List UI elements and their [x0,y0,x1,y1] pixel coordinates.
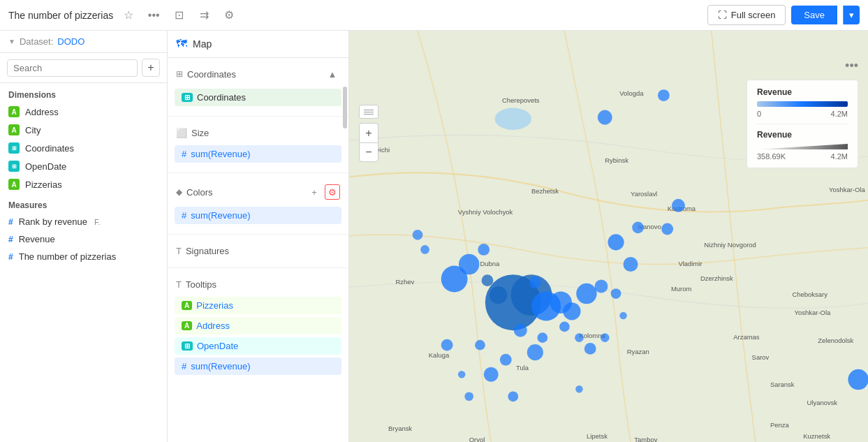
sidebar-item-number-of-pizzerias[interactable]: # The number of pizzerias [0,248,167,265]
colors-add-button[interactable]: + [307,184,322,200]
svg-point-64 [464,392,473,401]
revenue-hash-icon: # [8,235,13,244]
tooltip-opendate-chip[interactable]: ⊞ OpenDate [175,337,341,355]
map-controls: + − [359,101,378,162]
svg-text:Yoshkar-Ola: Yoshkar-Ola [795,309,831,316]
dimensions-label: Dimensions [0,83,167,103]
size-field-chip[interactable]: # sum(Revenue) [175,145,341,163]
folder-button[interactable]: ⊡ [169,6,189,25]
signatures-header: T Signatures [168,242,348,260]
dataset-row: ▼ Dataset: DODO [0,31,167,53]
coordinates-collapse-button[interactable]: ▲ [325,66,340,82]
save-dropdown-button[interactable]: ▾ [843,6,860,24]
bookmark-button[interactable]: ☆ [119,6,138,25]
signatures-label: Signatures [186,246,229,256]
save-button[interactable]: Save [791,6,837,24]
map-drag-handle[interactable] [359,105,378,119]
svg-point-65 [458,371,466,378]
svg-text:Vologda: Vologda [619,89,644,97]
coordinates-chip[interactable]: ⊞ Coordinates [175,89,341,106]
svg-text:Penza: Penza [770,421,790,429]
sidebar-item-rank-by-revenue[interactable]: # Rank by revenue F. [0,213,167,230]
svg-text:Bezhetsk: Bezhetsk [531,187,559,195]
measures-label: Measures [0,193,167,213]
address-badge: A [8,106,20,117]
colors-hash-icon: # [182,210,186,221]
sidebar-item-revenue[interactable]: # Revenue [0,230,167,248]
tooltip-pizzerias-chip[interactable]: A Pizzerias [175,297,341,314]
map-area[interactable]: Cherepovets Vologda Borovichi Rybinsk Vy… [349,31,868,442]
svg-point-74 [661,223,673,235]
pizzerias-badge: A [8,179,20,190]
svg-point-68 [575,385,583,393]
colors-section: ◆ Colors + ⚙ # sum(Revenue) [168,176,348,231]
size-field-label: sum(Revenue) [191,149,250,159]
sidebar: ▼ Dataset: DODO + Dimensions A Address A… [0,31,168,442]
add-field-button[interactable]: + [142,59,160,77]
coordinates-section-icon: ⊞ [176,69,183,79]
svg-text:Dubna: Dubna [480,260,500,267]
map-legend: Revenue 0 4.2M Revenue 358.69K 4.2M [746,80,858,168]
divider-1 [168,116,348,117]
tooltip-revenue-label: sum(Revenue) [191,361,250,371]
svg-text:Rzhev: Rzhev [395,278,414,286]
svg-point-55 [500,354,512,366]
sidebar-item-opendate[interactable]: ⊞ OpenDate [0,157,167,175]
divider-4 [168,267,348,268]
svg-text:Cherepovets: Cherepovets [502,96,540,104]
coordinates-badge: ⊞ [8,142,20,154]
svg-point-46 [632,221,644,233]
sidebar-item-address[interactable]: A Address [0,103,167,121]
svg-point-57 [575,333,584,342]
sidebar-item-pizzerias[interactable]: A Pizzerias [0,175,167,193]
colors-section-icon: ◆ [176,187,182,197]
svg-text:Zelenodolsk: Zelenodolsk [818,337,853,344]
search-input[interactable] [7,59,138,77]
svg-text:Tambov: Tambov [634,436,657,442]
scroll-handle[interactable] [343,87,347,128]
fullscreen-button[interactable]: ⛶ Full screen [707,5,786,25]
settings-button[interactable]: ⚙ [219,6,239,25]
svg-point-51 [420,245,429,254]
more-options-button[interactable]: ••• [144,6,163,25]
revenue-label: Revenue [19,234,55,244]
svg-point-62 [484,367,499,382]
tooltip-revenue-chip[interactable]: # sum(Revenue) [175,358,341,375]
svg-point-67 [475,340,485,351]
svg-point-69 [848,369,868,390]
tooltip-pizzerias-badge: A [182,301,192,310]
tooltip-opendate-badge: ⊞ [182,341,193,351]
svg-text:Vyshniy Volochyok: Vyshniy Volochyok [458,208,513,216]
svg-point-60 [619,312,627,320]
colors-settings-button[interactable]: ⚙ [325,184,340,200]
zoom-buttons: + − [359,123,378,162]
drag-line-1 [364,110,374,110]
svg-point-52 [514,324,527,337]
map-more-options-button[interactable]: ••• [845,59,858,73]
svg-point-54 [527,344,543,360]
sidebar-item-coordinates[interactable]: ⊞ Coordinates [0,139,167,157]
legend-size-range: 358.69K 4.2M [757,152,848,161]
svg-text:Kuznetsk: Kuznetsk [803,432,830,440]
svg-point-49 [459,254,479,274]
coordinates-label: Coordinates [25,143,74,154]
rank-filter-icon: F. [94,218,101,226]
colors-field-chip[interactable]: # sum(Revenue) [175,207,341,224]
dataset-label: Dataset: [20,36,53,47]
share-button[interactable]: ⇉ [194,6,214,25]
svg-text:Cheboksary: Cheboksary [792,290,827,298]
legend-min: 0 [757,110,761,118]
svg-point-61 [611,288,621,299]
colors-section-label: Colors [186,187,213,198]
zoom-in-button[interactable]: + [359,123,378,142]
svg-point-50 [478,244,490,256]
rank-hash-icon: # [8,217,13,227]
svg-point-41 [563,302,580,320]
header: The number of pizzerias ☆ ••• ⊡ ⇉ ⚙ ⛶ Fu… [0,0,868,31]
tooltip-address-chip[interactable]: A Address [175,317,341,334]
svg-text:Lipetsk: Lipetsk [587,432,608,440]
svg-point-73 [672,199,685,212]
sidebar-item-city[interactable]: A City [0,121,167,139]
svg-point-35 [482,274,494,286]
zoom-out-button[interactable]: − [359,142,378,162]
